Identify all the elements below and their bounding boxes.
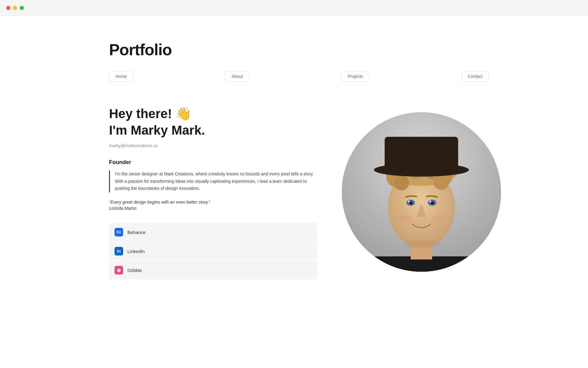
svg-point-14 [434,174,449,190]
svg-point-19 [408,201,410,202]
linkedin-label: LinkedIn [127,249,145,254]
nav-about[interactable]: About [225,71,249,82]
greeting-text: Hey there! 👋 [109,106,317,121]
bio-text: I'm the senior designer at Mark Creation… [115,171,317,192]
dribble-link[interactable]: ◉ Dribble [109,261,317,279]
svg-point-20 [429,201,431,202]
main-content: Portfolio Home About Projects Contact He… [80,16,508,298]
nav-contact[interactable]: Contact [462,71,489,82]
minimize-button[interactable] [13,6,17,10]
navigation: Home About Projects Contact [109,71,479,82]
quote-author: Lorinda Mamo [109,206,317,211]
dribble-icon: ◉ [115,266,123,274]
svg-point-24 [432,214,444,222]
hero-section: Hey there! 👋 I'm Marky Mark. marky@markc… [109,106,479,279]
role-title: Founder [109,159,317,166]
svg-point-21 [409,201,413,205]
svg-point-22 [431,201,434,205]
name-text: I'm Marky Mark. [109,123,317,138]
linkedin-icon: in [115,247,123,255]
page-title: Portfolio [109,40,479,59]
svg-point-13 [394,175,409,190]
dribble-label: Dribble [127,268,142,273]
hero-right [342,106,501,272]
behance-icon: Bē [115,228,123,236]
behance-link[interactable]: Bē Behance [109,223,317,241]
behance-label: Behance [127,230,145,235]
linkedin-link[interactable]: in LinkedIn [109,242,317,260]
nav-projects[interactable]: Projects [341,71,370,82]
titlebar [0,0,588,16]
svg-point-23 [398,214,411,222]
hero-left: Hey there! 👋 I'm Marky Mark. marky@markc… [109,106,317,279]
maximize-button[interactable] [20,6,24,10]
nav-home[interactable]: Home [109,71,133,82]
email-text: marky@markcreations.co [109,143,317,148]
profile-image [342,112,501,272]
bio-blockquote: I'm the senior designer at Mark Creation… [109,171,317,192]
social-links: Bē Behance in LinkedIn ◉ Dribble [109,223,317,279]
svg-rect-16 [385,137,458,172]
profile-photo-svg [342,112,501,272]
svg-point-25 [403,240,440,249]
quote-text: “Every great design begins with an even … [109,200,317,205]
close-button[interactable] [6,6,10,10]
